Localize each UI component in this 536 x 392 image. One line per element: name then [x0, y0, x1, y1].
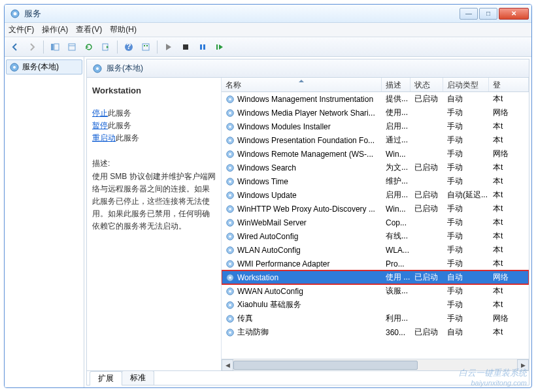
- restart-service-button[interactable]: [212, 39, 227, 55]
- service-desc-cell: Cop...: [382, 218, 410, 227]
- service-logon-cell: 网络: [489, 148, 529, 159]
- service-start-cell: 自动(延迟...: [443, 189, 489, 201]
- service-row[interactable]: Windows Time维护...手动本t: [222, 174, 529, 188]
- service-start-cell: 手动: [443, 244, 489, 255]
- service-name-cell: Windows Presentation Foundation Fo...: [222, 136, 382, 145]
- scroll-thumb[interactable]: [233, 361, 418, 370]
- titlebar: 服务 — □ ✕: [5, 5, 531, 23]
- svg-rect-4: [69, 44, 75, 50]
- service-logon-cell: 本t: [489, 203, 529, 214]
- svg-rect-13: [200, 44, 202, 50]
- service-logon-cell: 本t: [489, 286, 529, 297]
- toolbar-separator: [157, 41, 158, 54]
- help-button[interactable]: ?: [121, 39, 137, 55]
- close-button[interactable]: ✕: [499, 8, 529, 20]
- tab-extended[interactable]: 扩展: [90, 371, 122, 385]
- show-hide-tree-button[interactable]: [47, 39, 63, 55]
- service-start-cell: 手动: [443, 107, 489, 118]
- service-row[interactable]: Windows Media Player Network Shari...使用.…: [222, 106, 529, 120]
- service-row[interactable]: WinWebMail ServerCop...手动本t: [222, 216, 529, 229]
- service-row[interactable]: Windows Remote Management (WS-...Win...手…: [222, 147, 529, 161]
- svg-rect-11: [146, 45, 148, 46]
- service-row[interactable]: 传真利用...手动网络: [222, 312, 529, 325]
- properties-button[interactable]: [64, 39, 80, 55]
- tree-root-label: 服务(本地): [22, 61, 59, 73]
- refresh-button[interactable]: [81, 39, 97, 55]
- service-row[interactable]: Windows Modules Installer启用...手动本t: [222, 120, 529, 133]
- service-row[interactable]: WWAN AutoConfig该服...手动本t: [222, 284, 529, 298]
- service-row[interactable]: Windows Presentation Foundation Fo...通过.…: [222, 133, 529, 147]
- service-row[interactable]: Workstation使用 ...已启动自动网络: [222, 270, 529, 284]
- tab-standard[interactable]: 标准: [122, 370, 154, 385]
- console-tree: 服务(本地): [5, 57, 84, 387]
- service-logon-cell: 本t: [489, 176, 529, 187]
- svg-rect-14: [203, 44, 205, 50]
- pause-service-button[interactable]: [195, 39, 210, 55]
- svg-point-45: [229, 263, 231, 265]
- gear-icon: [9, 62, 20, 73]
- menu-action[interactable]: 操作(A): [42, 24, 68, 35]
- service-logon-cell: 本t: [489, 217, 529, 228]
- menu-view[interactable]: 查看(V): [76, 24, 102, 35]
- service-desc-cell: 该服...: [382, 286, 410, 297]
- svg-point-29: [229, 153, 231, 155]
- gear-icon: [92, 63, 103, 74]
- col-name[interactable]: 名称: [222, 78, 382, 91]
- service-row[interactable]: WLAN AutoConfigWLA...手动本t: [222, 243, 529, 257]
- svg-rect-3: [54, 44, 59, 50]
- detail-pane: Workstation 停止此服务 暂停此服务 重启动此服务 描述: 使用 SM…: [87, 78, 221, 370]
- menu-help[interactable]: 帮助(H): [110, 24, 137, 35]
- export-button[interactable]: [98, 39, 114, 55]
- scroll-left-icon[interactable]: ◀: [222, 359, 233, 371]
- service-name-cell: WLAN AutoConfig: [222, 246, 382, 255]
- service-name-cell: WMI Performance Adapter: [222, 259, 382, 269]
- service-row[interactable]: Windows Search为文...已启动手动本t: [222, 161, 529, 174]
- filter-button[interactable]: [138, 39, 154, 55]
- col-logon[interactable]: 登: [489, 78, 529, 91]
- service-name-cell: 主动防御: [222, 327, 382, 338]
- service-row[interactable]: Xiaohulu 基础服务手动本t: [222, 298, 529, 312]
- svg-point-25: [229, 125, 231, 128]
- menu-file[interactable]: 文件(F): [8, 24, 34, 35]
- service-start-cell: 手动: [443, 121, 489, 132]
- service-desc-cell: WLA...: [382, 246, 410, 255]
- service-row[interactable]: WMI Performance AdapterPro...手动本t: [222, 257, 529, 270]
- service-row[interactable]: 主动防御360...已启动自动本t: [222, 325, 529, 339]
- col-startup-type[interactable]: 启动类型: [443, 78, 489, 91]
- service-name-cell: Windows Update: [222, 191, 382, 200]
- stop-service-button[interactable]: [178, 39, 193, 55]
- service-desc-cell: 通过...: [382, 135, 410, 146]
- service-start-cell: 手动: [443, 286, 489, 297]
- col-status[interactable]: 状态: [410, 78, 443, 91]
- service-name-cell: WinWebMail Server: [222, 218, 382, 227]
- svg-point-39: [229, 221, 231, 224]
- service-name-cell: Windows Management Instrumentation: [222, 95, 382, 104]
- start-service-button[interactable]: [161, 39, 176, 55]
- toolbar: ?: [5, 37, 531, 57]
- column-headers: 名称 描述 状态 启动类型 登: [222, 78, 529, 92]
- svg-point-27: [229, 139, 231, 142]
- back-button[interactable]: [7, 39, 23, 55]
- service-logon-cell: 本t: [489, 327, 529, 338]
- service-name-cell: WWAN AutoConfig: [222, 287, 382, 296]
- description-label: 描述:: [92, 157, 216, 170]
- service-name-cell: Wired AutoConfig: [222, 232, 382, 241]
- service-row[interactable]: Wired AutoConfig有线...手动本t: [222, 229, 529, 243]
- tree-root-services[interactable]: 服务(本地): [6, 59, 82, 74]
- minimize-button[interactable]: —: [460, 8, 478, 20]
- service-status-cell: 已启动: [410, 93, 443, 105]
- maximize-button[interactable]: □: [479, 8, 497, 20]
- service-logon-cell: 本t: [489, 189, 529, 201]
- stop-link[interactable]: 停止: [92, 108, 108, 118]
- service-row[interactable]: WinHTTP Web Proxy Auto-Discovery ...Win.…: [222, 202, 529, 216]
- pause-link[interactable]: 暂停: [92, 121, 108, 130]
- service-desc-cell: 维护...: [382, 176, 410, 187]
- forward-button[interactable]: [24, 39, 40, 55]
- service-status-cell: 已启动: [410, 327, 443, 338]
- service-row[interactable]: Windows Update启用...已启动自动(延迟...本t: [222, 188, 529, 202]
- restart-link[interactable]: 重启动: [92, 133, 116, 142]
- service-description: 使用 SMB 协议创建并维护客户端网络与远程服务器之间的连接。如果此服务已停止，…: [92, 171, 216, 233]
- service-row[interactable]: Windows Management Instrumentation提供...已…: [222, 92, 529, 106]
- service-desc-cell: 利用...: [382, 313, 410, 324]
- col-description[interactable]: 描述: [382, 78, 410, 91]
